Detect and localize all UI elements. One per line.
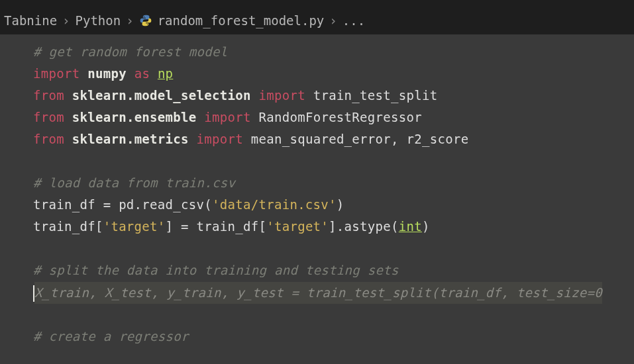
code-token: train_df[ — [33, 219, 103, 234]
code-line: from sklearn.metrics import mean_squared… — [33, 128, 634, 150]
import-target-token: mean_squared_error, r2_score — [251, 132, 469, 146]
comment-token: # load data from train.csv — [33, 175, 235, 190]
import-target-token: train_test_split — [313, 88, 438, 103]
breadcrumb-item-folder[interactable]: Python — [76, 13, 121, 28]
module-token: sklearn.ensemble — [72, 110, 197, 124]
keyword-token: import — [33, 66, 79, 81]
code-line: # load data from train.csv — [33, 172, 634, 194]
string-token: 'target' — [266, 219, 329, 234]
code-token: ) — [337, 197, 344, 212]
chevron-right-icon: › — [62, 13, 70, 28]
blank-line — [33, 150, 634, 172]
blank-line — [33, 304, 634, 326]
module-token: numpy — [87, 66, 127, 81]
keyword-token: from — [33, 110, 64, 124]
code-editor[interactable]: # get random forest model import numpy a… — [0, 34, 634, 364]
keyword-token: from — [33, 132, 64, 146]
module-token: sklearn.model_selection — [72, 88, 251, 103]
code-line: # create a regressor — [33, 326, 634, 347]
code-token: train_df = pd.read_csv( — [33, 197, 212, 212]
chevron-right-icon: › — [126, 13, 133, 28]
code-token: ) — [422, 219, 430, 234]
code-line: # get random forest model — [33, 41, 634, 63]
window-titlebar — [0, 0, 634, 8]
code-token: ] = train_df[ — [166, 219, 267, 234]
breadcrumb-item-file[interactable]: random_forest_model.py — [158, 13, 325, 28]
breadcrumb-item-root[interactable]: Tabnine — [4, 13, 57, 28]
code-line: X_train, X_test, y_train, y_test = train… — [33, 282, 634, 304]
breadcrumb-item-symbol[interactable]: ... — [343, 13, 365, 28]
keyword-token: from — [33, 88, 64, 103]
import-target-token: RandomForestRegressor — [258, 110, 422, 124]
blank-line — [33, 238, 634, 259]
comment-token: # create a regressor — [33, 329, 189, 343]
code-line: # split the data into training and testi… — [33, 259, 634, 281]
string-token: 'data/train.csv' — [212, 197, 337, 212]
keyword-token: import — [258, 88, 305, 103]
comment-token: # get random forest model — [33, 44, 227, 59]
module-token: sklearn.metrics — [72, 132, 189, 146]
code-line: train_df = pd.read_csv('data/train.csv') — [33, 194, 634, 216]
code-line: import numpy as np — [33, 63, 634, 85]
code-line: train_df['target'] = train_df['target'].… — [33, 216, 634, 238]
alias-token: np — [158, 66, 173, 81]
ghost-suggestion[interactable]: X_train, X_test, y_train, y_test = train… — [34, 282, 602, 304]
comment-token: # split the data into training and testi… — [33, 263, 399, 277]
chevron-right-icon: › — [329, 13, 337, 28]
string-token: 'target' — [103, 219, 166, 234]
python-file-icon — [139, 14, 152, 27]
keyword-token: as — [134, 66, 150, 81]
keyword-token: import — [197, 132, 243, 146]
keyword-token: import — [204, 110, 250, 124]
code-line: from sklearn.model_selection import trai… — [33, 85, 634, 107]
code-line: from sklearn.ensemble import RandomFores… — [33, 107, 634, 128]
breadcrumb: Tabnine › Python › random_forest_model.p… — [0, 8, 634, 34]
builtin-token: int — [399, 219, 422, 234]
code-token: ].astype( — [329, 219, 399, 234]
